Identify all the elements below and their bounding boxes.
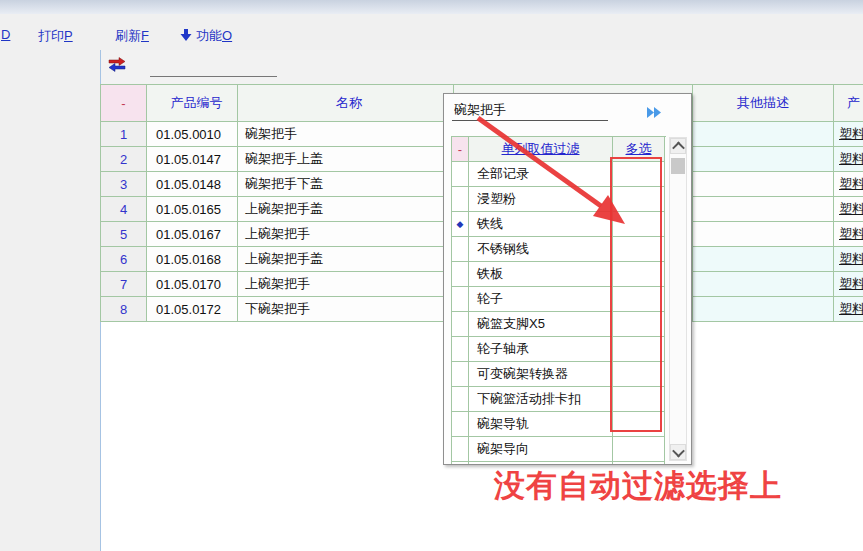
- popup-scrollbar[interactable]: [669, 137, 687, 461]
- filter-item-row[interactable]: 碗架导向: [452, 437, 666, 462]
- filter-item-row-current[interactable]: ◆ 铁线: [452, 212, 666, 237]
- header-name[interactable]: 名称: [238, 85, 454, 122]
- header-marker[interactable]: -: [101, 85, 147, 122]
- product-name-cell[interactable]: 上碗架把手: [238, 272, 454, 297]
- header-product-code[interactable]: 产品编号: [147, 85, 238, 122]
- multi-select-cell[interactable]: [613, 412, 665, 437]
- filter-search-input[interactable]: [452, 100, 608, 121]
- category-link[interactable]: 塑料件: [839, 275, 863, 293]
- row-number[interactable]: 7: [101, 272, 147, 297]
- product-code-cell[interactable]: 01.05.0167: [147, 222, 238, 247]
- multi-select-cell[interactable]: [613, 337, 665, 362]
- product-name-cell[interactable]: 碗架把手下盖: [238, 172, 454, 197]
- filter-item-label[interactable]: 下碗篮活动排卡扣: [469, 387, 613, 412]
- product-code-cell[interactable]: 01.05.0170: [147, 272, 238, 297]
- scroll-down-button[interactable]: [670, 444, 686, 460]
- other-desc-cell[interactable]: [693, 222, 834, 247]
- multi-select-header[interactable]: 多选: [613, 137, 665, 162]
- filter-item-label[interactable]: 可变碗架转换器: [469, 362, 613, 387]
- product-name-cell[interactable]: 上碗架把手: [238, 222, 454, 247]
- multi-select-cell[interactable]: [613, 212, 665, 237]
- multi-select-cell[interactable]: [613, 237, 665, 262]
- scroll-up-button[interactable]: [670, 138, 686, 154]
- row-number[interactable]: 8: [101, 297, 147, 322]
- category-link[interactable]: 塑料件: [839, 200, 863, 218]
- filter-item-label[interactable]: 轮子轴承: [469, 337, 613, 362]
- toolbar-item-d[interactable]: D: [1, 27, 10, 42]
- product-code-cell[interactable]: 01.05.0168: [147, 247, 238, 272]
- filter-item-label[interactable]: 碗篮支脚X5: [469, 312, 613, 337]
- category-cell[interactable]: 塑料件: [834, 272, 863, 297]
- product-code-cell[interactable]: 01.05.0010: [147, 122, 238, 147]
- filter-item-label[interactable]: 不锈钢线: [469, 237, 613, 262]
- filter-item-row[interactable]: 碗篮支脚X5: [452, 312, 666, 337]
- product-name-cell[interactable]: 上碗架把手盖: [238, 197, 454, 222]
- category-cell[interactable]: 塑料件: [834, 247, 863, 272]
- multi-select-cell[interactable]: [613, 312, 665, 337]
- row-number[interactable]: 4: [101, 197, 147, 222]
- row-number[interactable]: 6: [101, 247, 147, 272]
- other-desc-cell[interactable]: [693, 197, 834, 222]
- other-desc-cell[interactable]: [693, 297, 834, 322]
- filter-item-label[interactable]: 铁板: [469, 262, 613, 287]
- category-link[interactable]: 塑料件: [839, 250, 863, 268]
- category-link[interactable]: 塑料件: [839, 125, 863, 143]
- row-number[interactable]: 3: [101, 172, 147, 197]
- toolbar-item-functions[interactable]: 功能O: [196, 27, 232, 45]
- filter-item-row[interactable]: 浸塑粉: [452, 187, 666, 212]
- multi-select-cell[interactable]: [613, 387, 665, 412]
- header-other-desc[interactable]: 其他描述: [693, 85, 834, 122]
- category-cell[interactable]: 塑料件: [834, 147, 863, 172]
- other-desc-cell[interactable]: [693, 172, 834, 197]
- product-code-cell[interactable]: 01.05.0147: [147, 147, 238, 172]
- category-link[interactable]: 塑料件: [839, 175, 863, 193]
- product-name-cell[interactable]: 上碗架把手盖: [238, 247, 454, 272]
- product-name-cell[interactable]: 碗架把手: [238, 122, 454, 147]
- filter-item-row[interactable]: 碗架导轨: [452, 412, 666, 437]
- filter-item-row[interactable]: 轮子轴承: [452, 337, 666, 362]
- category-cell[interactable]: 塑料件: [834, 172, 863, 197]
- other-desc-cell[interactable]: [693, 147, 834, 172]
- filter-item-row[interactable]: 可变碗架转换器: [452, 362, 666, 387]
- multi-select-cell[interactable]: [613, 162, 665, 187]
- toolbar-item-print[interactable]: 打印P: [38, 27, 73, 45]
- filter-header-marker[interactable]: -: [452, 137, 469, 162]
- other-desc-cell[interactable]: [693, 272, 834, 297]
- other-desc-cell[interactable]: [693, 247, 834, 272]
- filter-item-label[interactable]: 碗架导轨: [469, 412, 613, 437]
- filter-item-label[interactable]: 全部记录: [469, 162, 613, 187]
- multi-select-cell[interactable]: [613, 437, 665, 462]
- category-cell[interactable]: 塑料件: [834, 297, 863, 322]
- row-number[interactable]: 5: [101, 222, 147, 247]
- filter-item-row[interactable]: 不锈钢线: [452, 237, 666, 262]
- category-link[interactable]: 塑料件: [839, 150, 863, 168]
- double-chevron-right-icon[interactable]: [646, 106, 663, 122]
- filter-item-label[interactable]: 碗架导向: [469, 437, 613, 462]
- row-number[interactable]: 2: [101, 147, 147, 172]
- quick-filter-input[interactable]: [150, 58, 277, 77]
- other-desc-cell[interactable]: [693, 122, 834, 147]
- category-cell[interactable]: 塑料件: [834, 222, 863, 247]
- row-number[interactable]: 1: [101, 122, 147, 147]
- multi-select-cell[interactable]: [613, 262, 665, 287]
- filter-item-label[interactable]: 轮子: [469, 287, 613, 312]
- category-cell[interactable]: 塑料件: [834, 122, 863, 147]
- category-cell[interactable]: 塑料件: [834, 197, 863, 222]
- filter-item-row[interactable]: 轮子: [452, 287, 666, 312]
- filter-item-label[interactable]: 铁线: [469, 212, 613, 237]
- filter-header-link[interactable]: 单列取值过滤: [469, 137, 613, 162]
- product-code-cell[interactable]: 01.05.0165: [147, 197, 238, 222]
- header-category[interactable]: 产: [834, 85, 863, 122]
- scrollbar-thumb[interactable]: [671, 158, 685, 174]
- multi-select-cell[interactable]: [613, 287, 665, 312]
- product-name-cell[interactable]: 碗架把手上盖: [238, 147, 454, 172]
- multi-select-cell[interactable]: [613, 187, 665, 212]
- filter-item-row[interactable]: 下碗篮活动排卡扣: [452, 387, 666, 412]
- swap-icon[interactable]: [108, 57, 126, 75]
- product-name-cell[interactable]: 下碗架把手: [238, 297, 454, 322]
- multi-select-cell[interactable]: [613, 362, 665, 387]
- filter-item-row[interactable]: 铁板: [452, 262, 666, 287]
- filter-item-row[interactable]: 全部记录: [452, 162, 666, 187]
- product-code-cell[interactable]: 01.05.0148: [147, 172, 238, 197]
- filter-item-label[interactable]: 浸塑粉: [469, 187, 613, 212]
